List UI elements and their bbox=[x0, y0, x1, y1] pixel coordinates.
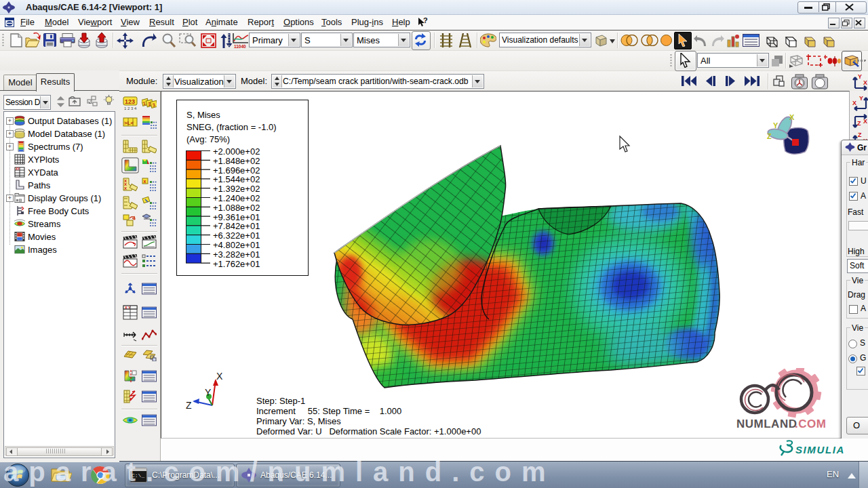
svg-text:1 2 3 4: 1 2 3 4 bbox=[124, 106, 137, 110]
svg-text:X: X bbox=[863, 79, 867, 86]
svg-text:X: X bbox=[124, 186, 127, 190]
svg-text:X: X bbox=[216, 371, 223, 382]
svg-text:Y: Y bbox=[859, 95, 863, 102]
svg-text:Z: Z bbox=[767, 132, 772, 140]
svg-text:Z: Z bbox=[186, 400, 192, 411]
svg-text:X: X bbox=[852, 100, 856, 106]
svg-text:>L<: >L< bbox=[124, 120, 134, 126]
svg-text:?: ? bbox=[423, 17, 428, 24]
svg-text:x: x bbox=[144, 179, 146, 184]
svg-text:123: 123 bbox=[125, 98, 135, 105]
svg-text:SIMULIA: SIMULIA bbox=[795, 444, 845, 455]
svg-text:Y: Y bbox=[773, 121, 778, 129]
svg-text:Y: Y bbox=[205, 387, 212, 398]
svg-text:X: X bbox=[789, 113, 795, 121]
svg-text:.COM: .COM bbox=[795, 418, 826, 430]
svg-text:NUMLAND: NUMLAND bbox=[736, 418, 797, 430]
svg-text:XY: XY bbox=[16, 167, 20, 171]
svg-text:Y: Y bbox=[858, 73, 862, 80]
svg-text:Z: Z bbox=[858, 131, 862, 138]
svg-text:11040: 11040 bbox=[234, 44, 246, 49]
svg-text:Z: Z bbox=[857, 120, 861, 127]
svg-text:X: X bbox=[863, 118, 867, 125]
